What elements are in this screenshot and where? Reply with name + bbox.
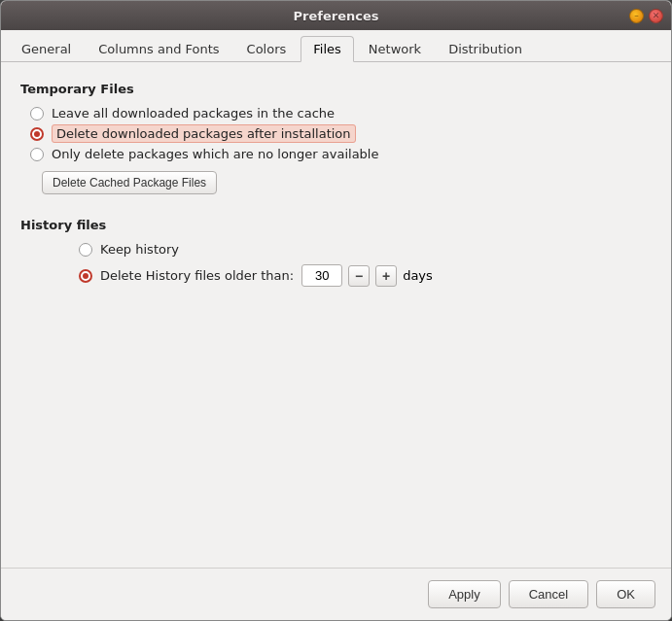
delete-history-text: Delete History files older than: [100, 268, 294, 283]
keep-history-option[interactable]: Keep history [79, 242, 652, 257]
content-area: Temporary Files Leave all downloaded pac… [1, 62, 671, 568]
window-controls: – ✕ [629, 9, 663, 23]
tab-distribution[interactable]: Distribution [436, 36, 535, 61]
tab-general[interactable]: General [9, 36, 84, 61]
increment-button[interactable]: + [375, 265, 397, 287]
titlebar: Preferences – ✕ [1, 1, 671, 30]
temporary-files-section: Temporary Files Leave all downloaded pac… [20, 82, 652, 194]
keep-history-radio[interactable] [79, 243, 92, 257]
history-files-section: History files Keep history Delete Histor… [20, 218, 652, 287]
minimize-button[interactable]: – [629, 9, 644, 23]
tab-files[interactable]: Files [301, 36, 354, 62]
delete-history-option[interactable]: Delete History files older than: − + day… [79, 264, 652, 287]
tabs-bar: General Columns and Fonts Colors Files N… [1, 30, 671, 62]
delete-cached-button[interactable]: Delete Cached Package Files [42, 171, 217, 194]
delete-after-radio[interactable] [30, 127, 44, 141]
leave-cache-label: Leave all downloaded packages in the cac… [52, 106, 335, 121]
temporary-files-title: Temporary Files [20, 82, 652, 96]
ok-button[interactable]: OK [596, 580, 655, 608]
delete-after-highlighted: Delete downloaded packages after install… [52, 124, 356, 143]
delete-after-option[interactable]: Delete downloaded packages after install… [30, 126, 652, 141]
apply-button[interactable]: Apply [428, 580, 501, 608]
window-title: Preferences [294, 9, 379, 23]
tab-network[interactable]: Network [356, 36, 434, 61]
only-delete-option[interactable]: Only delete packages which are no longer… [30, 147, 652, 161]
keep-history-label: Keep history [100, 242, 179, 257]
leave-cache-radio[interactable] [30, 107, 44, 121]
history-files-options: Keep history Delete History files older … [20, 242, 652, 287]
history-files-title: History files [20, 218, 652, 232]
days-label: days [403, 268, 433, 283]
delete-history-radio[interactable] [79, 269, 92, 283]
delete-after-label: Delete downloaded packages after install… [52, 126, 356, 141]
cancel-button[interactable]: Cancel [509, 580, 588, 608]
days-input[interactable] [301, 264, 342, 287]
close-button[interactable]: ✕ [649, 9, 663, 23]
only-delete-radio[interactable] [30, 148, 44, 161]
days-control: − + days [301, 264, 433, 287]
preferences-window: Preferences – ✕ General Columns and Font… [0, 0, 672, 621]
only-delete-label: Only delete packages which are no longer… [52, 147, 378, 161]
decrement-button[interactable]: − [348, 265, 370, 287]
footer: Apply Cancel OK [1, 568, 671, 620]
tab-colors[interactable]: Colors [234, 36, 300, 61]
leave-cache-option[interactable]: Leave all downloaded packages in the cac… [30, 106, 652, 121]
delete-history-label: Delete History files older than: [100, 268, 294, 283]
tab-columns-fonts[interactable]: Columns and Fonts [86, 36, 231, 61]
temporary-files-options: Leave all downloaded packages in the cac… [20, 106, 652, 161]
